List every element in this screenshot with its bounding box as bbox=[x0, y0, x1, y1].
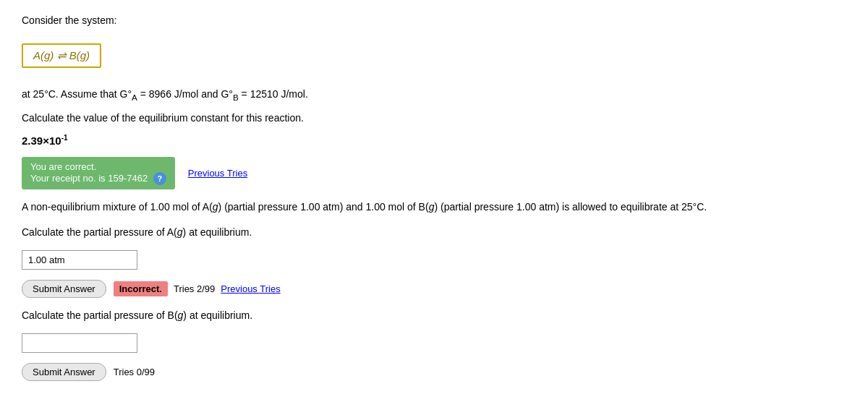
tries3-text: Tries 2/99 bbox=[174, 283, 215, 294]
input4-section bbox=[22, 333, 846, 353]
answer1-number: 2.39×10 bbox=[22, 134, 61, 147]
answer-row3: Submit Answer Incorrect. Tries 2/99 Prev… bbox=[22, 280, 846, 298]
previous-tries-link1[interactable]: Previous Tries bbox=[188, 168, 247, 179]
reaction-section: A(g) ⇌ B(g) bbox=[22, 36, 846, 78]
answer-row4: Submit Answer Tries 0/99 bbox=[22, 363, 846, 381]
receipt-text: Your receipt no. is 159-7462 bbox=[30, 173, 148, 184]
correct-row: You are correct. Your receipt no. is 159… bbox=[22, 157, 846, 189]
answer1-exponent: -1 bbox=[61, 134, 68, 142]
incorrect-badge3: Incorrect. bbox=[114, 281, 168, 296]
tries4-text: Tries 0/99 bbox=[114, 367, 155, 377]
intro-text: Consider the system: bbox=[22, 14, 846, 26]
submit4-button[interactable]: Submit Answer bbox=[22, 363, 106, 381]
correct-line1: You are correct. bbox=[30, 161, 166, 172]
correct-line2: Your receipt no. is 159-7462 ? bbox=[30, 172, 166, 185]
correct-box: You are correct. Your receipt no. is 159… bbox=[22, 157, 175, 189]
question2-text: A non-equilibrium mixture of 1.00 mol of… bbox=[22, 200, 846, 215]
input3-field[interactable] bbox=[22, 250, 137, 270]
previous-tries-link3[interactable]: Previous Tries bbox=[221, 283, 280, 294]
input3-section bbox=[22, 250, 846, 270]
question4-text: Calculate the partial pressure of B(g) a… bbox=[22, 308, 846, 323]
question3-text: Calculate the partial pressure of A(g) a… bbox=[22, 225, 846, 240]
help-icon[interactable]: ? bbox=[153, 172, 166, 185]
reaction-text: A(g) ⇌ B(g) bbox=[33, 49, 90, 61]
question4-section: Calculate the partial pressure of B(g) a… bbox=[22, 308, 846, 323]
input4-field[interactable] bbox=[22, 333, 137, 353]
question1-section: Calculate the value of the equilibrium c… bbox=[22, 112, 846, 124]
answer1-value: 2.39×10-1 bbox=[22, 134, 846, 147]
answer1-section: 2.39×10-1 bbox=[22, 134, 846, 147]
question1-text: Calculate the value of the equilibrium c… bbox=[22, 112, 846, 124]
conditions-section: at 25°C. Assume that G°A = 8966 J/mol an… bbox=[22, 88, 846, 102]
question3-section: Calculate the partial pressure of A(g) a… bbox=[22, 225, 846, 240]
intro-label: Consider the system: bbox=[22, 14, 846, 26]
question2-section: A non-equilibrium mixture of 1.00 mol of… bbox=[22, 200, 846, 215]
conditions-text: at 25°C. Assume that G°A = 8966 J/mol an… bbox=[22, 88, 846, 102]
submit3-button[interactable]: Submit Answer bbox=[22, 280, 106, 298]
reaction-equation: A(g) ⇌ B(g) bbox=[22, 43, 101, 68]
